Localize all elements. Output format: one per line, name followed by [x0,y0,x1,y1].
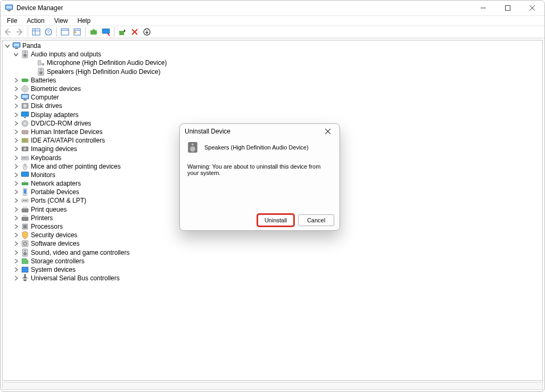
speaker-icon [37,68,45,76]
chevron-right-icon[interactable] [12,274,20,282]
category-label: Batteries [31,77,60,84]
tree-category-security[interactable]: Security devices [3,231,542,239]
tree-device-microphone[interactable]: Microphone (High Definition Audio Device… [3,59,542,67]
show-hide-tree-button[interactable] [30,26,42,38]
disk-icon [21,102,29,110]
category-label: Ports (COM & LPT) [31,197,90,204]
speaker-icon [21,50,29,59]
chevron-right-icon[interactable] [12,240,20,247]
keyboards-icon [21,154,29,162]
software-icon [21,239,29,248]
chevron-right-icon[interactable] [12,102,20,110]
tree-category-sound[interactable]: Sound, video and game controllers [3,248,542,257]
storage-icon [21,257,29,265]
category-label: Monitors [31,171,60,179]
tree-device-speakers[interactable]: Speakers (High Definition Audio Device) [3,68,542,76]
menu-action[interactable]: Action [22,16,48,25]
chevron-right-icon[interactable] [12,188,20,196]
mice-icon [21,162,29,171]
svg-text:?: ? [47,29,49,35]
close-button[interactable] [520,1,544,15]
tree-category-storage[interactable]: Storage controllers [3,257,542,265]
category-label: Computer [31,94,63,101]
category-label: Processors [31,223,67,230]
category-label: Storage controllers [31,257,89,265]
properties-button[interactable] [71,26,83,38]
tree-category-disk[interactable]: Disk drives [3,102,542,110]
dialog-titlebar: Uninstall Device [180,124,340,139]
cancel-button[interactable]: Cancel [298,214,334,226]
chevron-down-icon[interactable] [12,51,20,58]
root-label: Panda [22,42,45,49]
dialog-title: Uninstall Device [185,128,230,135]
category-label: Biometric devices [31,85,85,93]
chevron-right-icon[interactable] [12,111,20,119]
chevron-down-icon[interactable] [4,42,11,49]
menu-help[interactable]: Help [73,16,95,25]
app-icon [5,4,13,12]
category-label: Display adapters [31,111,82,119]
dialog-warning-text: Warning: You are about to uninstall this… [187,163,332,176]
dialog-close-button[interactable] [321,126,335,137]
add-legacy-button[interactable] [141,26,153,38]
tree-category-software[interactable]: Software devices [3,239,542,248]
chevron-right-icon[interactable] [12,257,20,265]
disable-device-button[interactable] [100,26,112,38]
chevron-right-icon[interactable] [12,180,20,187]
category-label: Universal Serial Bus controllers [31,274,124,282]
menu-view[interactable]: View [50,16,72,25]
biometric-icon [21,85,29,93]
category-label: Mice and other pointing devices [31,163,125,170]
network-icon [21,179,29,188]
scan-hardware-button[interactable] [129,26,141,38]
chevron-right-icon[interactable] [12,94,20,101]
chevron-right-icon[interactable] [12,249,20,256]
chevron-right-icon[interactable] [12,206,20,213]
update-driver-button[interactable] [88,26,100,38]
category-label: Keyboards [31,154,65,162]
category-label: Software devices [31,240,84,247]
tree-category-display[interactable]: Display adapters [3,111,542,119]
chevron-right-icon[interactable] [12,120,20,127]
security-icon [21,231,29,239]
chevron-right-icon[interactable] [12,197,20,204]
chevron-right-icon[interactable] [12,266,20,273]
chevron-right-icon[interactable] [12,231,20,239]
svg-point-68 [192,143,194,145]
chevron-right-icon[interactable] [12,214,20,222]
tree-category-biometric[interactable]: Biometric devices [3,85,542,93]
tree-category-computer[interactable]: Computer [3,93,542,102]
tree-category-system[interactable]: System devices [3,265,542,274]
back-button[interactable] [2,26,13,38]
help-button[interactable]: ? [43,26,54,38]
window-title: Device Manager [16,4,63,12]
uninstall-device-button[interactable] [117,26,128,38]
minimize-button[interactable] [471,1,496,15]
tree-category-audio[interactable]: Audio inputs and outputs [3,50,542,59]
dvd-icon [21,119,29,128]
tree-root[interactable]: Panda [3,41,542,50]
chevron-right-icon[interactable] [12,137,20,144]
chevron-right-icon[interactable] [12,163,20,170]
tree-category-batteries[interactable]: Batteries [3,76,542,85]
action-button[interactable] [59,26,71,38]
chevron-right-icon[interactable] [12,171,20,179]
chevron-right-icon[interactable] [12,128,20,136]
batteries-icon [21,76,29,85]
menu-file[interactable]: File [3,16,21,25]
statusbar [2,382,543,390]
menubar: File Action View Help [1,16,544,26]
chevron-right-icon[interactable] [12,85,20,93]
uninstall-button[interactable]: Uninstall [258,214,294,226]
toolbar: ? [1,26,544,38]
chevron-right-icon[interactable] [12,223,20,230]
imaging-icon [21,145,29,153]
chevron-right-icon[interactable] [12,77,20,84]
forward-button[interactable] [14,26,26,38]
tree-category-usb[interactable]: Universal Serial Bus controllers [3,274,542,282]
maximize-button[interactable] [496,1,520,15]
chevron-right-icon[interactable] [12,145,20,153]
chevron-right-icon[interactable] [12,154,20,162]
speaker-icon [187,142,198,153]
svg-rect-64 [119,31,124,35]
